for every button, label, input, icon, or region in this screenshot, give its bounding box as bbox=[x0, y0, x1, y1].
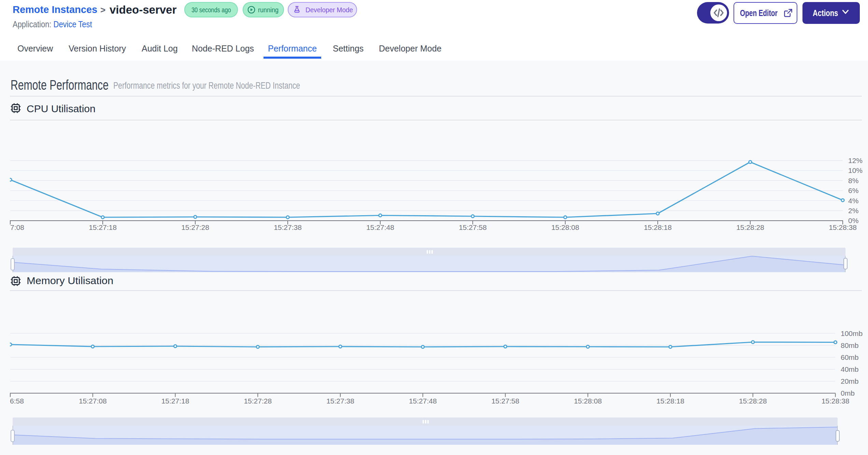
svg-text:15:28:08: 15:28:08 bbox=[574, 397, 602, 405]
svg-text:10%: 10% bbox=[848, 166, 863, 174]
svg-text:15:28:18: 15:28:18 bbox=[644, 223, 672, 231]
svg-text:15:27:28: 15:27:28 bbox=[181, 223, 209, 231]
svg-text:80mb: 80mb bbox=[841, 341, 859, 349]
svg-text:8%: 8% bbox=[848, 177, 858, 185]
svg-text:15:28:28: 15:28:28 bbox=[736, 223, 764, 231]
svg-text:12%: 12% bbox=[848, 157, 863, 164]
svg-text:0mb: 0mb bbox=[841, 389, 855, 397]
svg-text:15:27:58: 15:27:58 bbox=[492, 397, 520, 405]
svg-text:6%: 6% bbox=[848, 187, 858, 194]
svg-text:40mb: 40mb bbox=[841, 365, 859, 373]
svg-text:15:27:38: 15:27:38 bbox=[274, 223, 302, 231]
svg-text:4%: 4% bbox=[848, 197, 858, 205]
svg-text:15:27:48: 15:27:48 bbox=[366, 223, 394, 231]
svg-text:15:27:28: 15:27:28 bbox=[244, 397, 272, 405]
svg-text:15:28:38: 15:28:38 bbox=[822, 397, 850, 405]
svg-text:15:28:08: 15:28:08 bbox=[551, 223, 579, 231]
svg-text:15:28:38: 15:28:38 bbox=[829, 223, 857, 231]
svg-text:15:27:38: 15:27:38 bbox=[326, 397, 354, 405]
svg-text:15:27:48: 15:27:48 bbox=[409, 397, 437, 405]
svg-text:15:27:18: 15:27:18 bbox=[89, 223, 117, 231]
svg-text:15:27:08: 15:27:08 bbox=[79, 397, 107, 405]
svg-text:100mb: 100mb bbox=[841, 329, 863, 337]
svg-text:60mb: 60mb bbox=[841, 353, 859, 361]
svg-text:15:28:18: 15:28:18 bbox=[656, 397, 684, 405]
svg-text:6:58: 6:58 bbox=[10, 397, 24, 405]
svg-text:15:27:18: 15:27:18 bbox=[161, 397, 189, 405]
svg-text:15:27:58: 15:27:58 bbox=[459, 223, 487, 231]
svg-text:7:08: 7:08 bbox=[10, 223, 24, 231]
svg-text:20mb: 20mb bbox=[841, 377, 859, 385]
svg-text:2%: 2% bbox=[848, 207, 858, 215]
svg-text:15:28:28: 15:28:28 bbox=[739, 397, 767, 405]
